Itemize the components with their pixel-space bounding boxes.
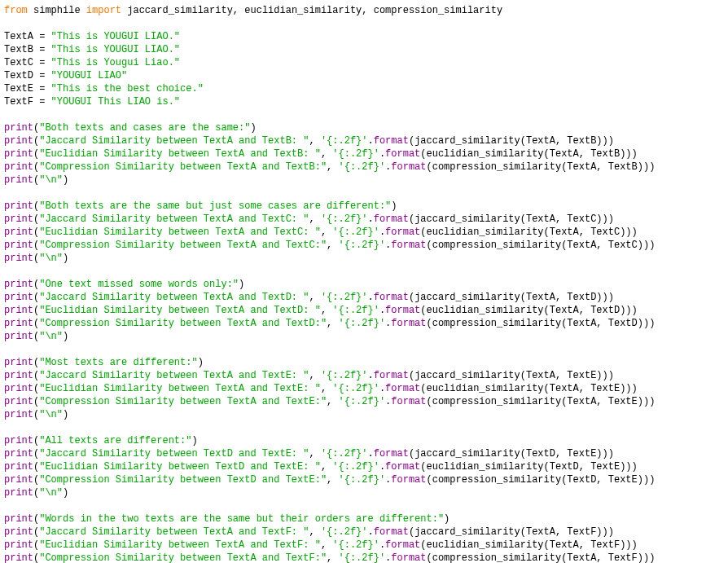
args: (TextA, TextC))) [520,213,614,225]
code-line: print("Both texts and cases are the same… [4,121,724,134]
string-literal: "Euclidian Similarity between TextA and … [39,305,321,316]
format-call: format [374,213,409,225]
args: (TextA, TextD))) [544,305,638,316]
string-literal: "Jaccard Similarity between TextA and Te… [39,370,309,381]
print-call: print [4,200,33,212]
string-literal: "Jaccard Similarity between TextA and Te… [39,526,309,538]
code-line: print("Compression Similarity between Te… [4,239,724,252]
func-ref: euclidian_similarity [427,383,544,394]
module-name: simphile [28,5,86,16]
print-call: print [4,448,33,460]
func-ref: jaccard_similarity [414,213,520,225]
args: (TextA, TextB))) [561,161,655,173]
args: (TextA, TextB))) [520,135,614,147]
code-line: print("\n") [4,408,724,421]
print-call: print [4,318,33,329]
format-string: '{:.2f}' [321,135,368,147]
code-line: print("Most texts are different:") [4,356,724,369]
format-string: '{:.2f}' [332,461,379,473]
args: (TextD, TextE))) [520,448,614,460]
assign: TextE = [4,83,51,95]
string-literal: "Euclidian Similarity between TextD and … [39,461,321,473]
code-line: print("\n") [4,330,724,343]
code-line: print("Compression Similarity between Te… [4,552,724,563]
code-line: print("Compression Similarity between Te… [4,317,724,330]
string-literal: "Euclidian Similarity between TextA and … [39,539,321,551]
string-literal: "YOUGUI This LIAO is." [51,96,180,108]
blank-line [4,343,724,356]
func-ref: compression_similarity [432,318,561,329]
print-call: print [4,396,33,407]
format-call: format [391,552,426,563]
format-call: format [385,539,420,551]
func-ref: euclidian_similarity [427,305,544,316]
func-ref: euclidian_similarity [427,461,544,473]
code-line: print("Euclidian Similarity between Text… [4,147,724,161]
assign: TextB = [4,44,51,55]
format-call: format [391,474,426,486]
string-literal: "Words in the two texts are the same but… [39,513,444,525]
format-string: '{:.2f}' [332,305,379,316]
string-literal: "Jaccard Similarity between TextA and Te… [39,213,309,225]
print-call: print [4,552,33,563]
print-call: print [4,487,33,499]
print-call: print [4,409,33,420]
func-ref: euclidian_similarity [427,227,544,238]
code-line: TextD = "YOUGUI LIAO" [4,69,724,82]
print-call: print [4,305,33,316]
print-call: print [4,213,33,225]
format-call: format [385,305,420,316]
code-line: print("Jaccard Similarity between TextA … [4,291,724,304]
blank-line [4,108,724,121]
code-line: print("Compression Similarity between Te… [4,161,724,174]
print-call: print [4,474,33,486]
code-line: print("All texts are different:") [4,434,724,447]
string-literal: "This is YOUGUI LIAO." [51,31,180,42]
func-ref: jaccard_similarity [414,292,520,303]
code-line: TextE = "This is the best choice." [4,82,724,95]
newline-string: "\n" [39,409,63,420]
func-ref: euclidian_similarity [427,148,544,160]
format-call: format [391,318,426,329]
format-call: format [374,526,409,538]
format-string: '{:.2f}' [338,552,385,563]
code-line: print("Euclidian Similarity between Text… [4,460,724,473]
print-call: print [4,135,33,147]
func-ref: jaccard_similarity [414,370,520,381]
func-ref: compression_similarity [432,474,561,486]
blank-line [4,265,724,278]
blank-line [4,17,724,30]
code-line: print("Compression Similarity between Te… [4,395,724,408]
format-call: format [391,161,426,173]
args: (TextA, TextB))) [544,148,638,160]
newline-string: "\n" [39,331,63,342]
newline-string: "\n" [39,253,63,264]
args: (TextA, TextC))) [561,240,655,251]
string-literal: "Compression Similarity between TextD an… [39,474,327,486]
format-call: format [385,148,420,160]
import-list: jaccard_similarity, euclidian_similarity… [121,5,502,16]
code-line: print("Jaccard Similarity between TextA … [4,369,724,382]
string-literal: "Euclidian Similarity between TextA and … [39,227,321,238]
args: (TextD, TextE))) [561,474,655,486]
format-string: '{:.2f}' [321,370,368,381]
code-line: print("Jaccard Similarity between TextD … [4,447,724,460]
code-line: print("\n") [4,486,724,499]
blank-line [4,421,724,434]
assign: TextD = [4,70,51,81]
format-string: '{:.2f}' [338,318,385,329]
func-ref: euclidian_similarity [427,539,544,551]
args: (TextA, TextF))) [520,526,614,538]
format-string: '{:.2f}' [321,292,368,303]
format-call: format [385,461,420,473]
code-line: print("Jaccard Similarity between TextA … [4,213,724,226]
code-line: print("Jaccard Similarity between TextA … [4,134,724,147]
assign: TextA = [4,31,51,42]
format-string: '{:.2f}' [321,448,368,460]
keyword-from: from [4,5,28,16]
func-ref: compression_similarity [432,240,561,251]
format-string: '{:.2f}' [338,474,385,486]
code-line: from simphile import jaccard_similarity,… [4,4,724,17]
format-string: '{:.2f}' [338,240,385,251]
string-literal: "Jaccard Similarity between TextA and Te… [39,292,309,303]
